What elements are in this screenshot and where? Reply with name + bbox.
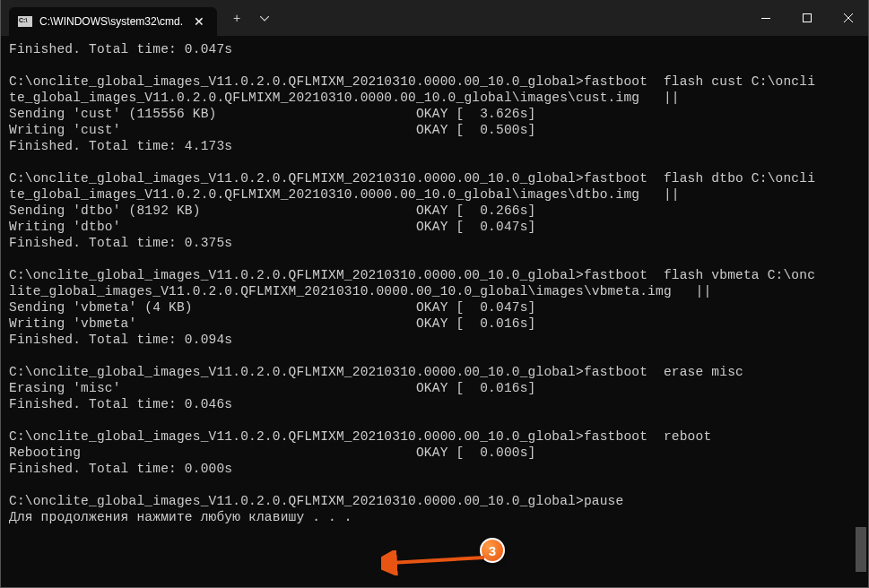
svg-rect-0 [761,18,770,19]
scrollbar-thumb[interactable] [856,527,866,572]
close-tab-button[interactable]: ✕ [190,14,208,29]
maximize-icon [803,13,812,22]
tab-title: C:\WINDOWS\system32\cmd. [39,15,183,28]
terminal-output[interactable]: Finished. Total time: 0.047s C:\onclite_… [0,36,869,588]
new-tab-button[interactable]: + [224,7,249,29]
titlebar: C:\WINDOWS\system32\cmd. ✕ + [0,0,869,36]
scrollbar[interactable] [855,36,867,588]
close-window-button[interactable] [828,0,869,36]
svg-rect-1 [804,14,812,22]
chevron-down-icon [260,16,269,22]
minimize-icon [761,18,770,19]
window-controls [745,0,869,36]
close-icon [844,13,853,22]
terminal-tab[interactable]: C:\WINDOWS\system32\cmd. ✕ [9,7,217,36]
cmd-icon [18,16,32,27]
tab-dropdown-button[interactable] [253,8,276,28]
maximize-button[interactable] [786,0,828,36]
terminal-text: Finished. Total time: 0.047s C:\onclite_… [9,42,815,524]
minimize-button[interactable] [745,0,786,36]
